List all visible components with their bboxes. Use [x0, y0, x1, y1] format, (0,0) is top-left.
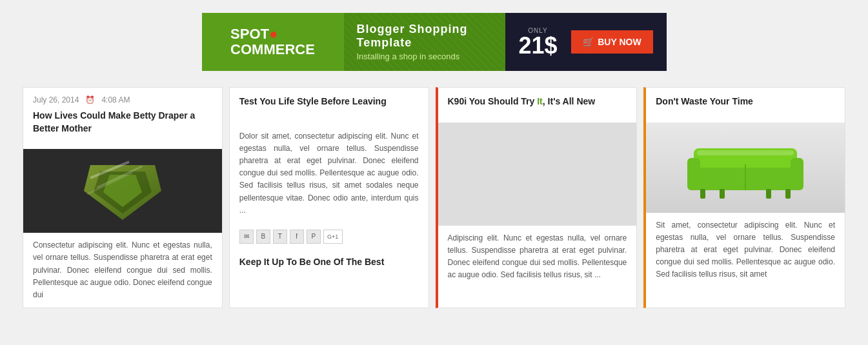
card-3-header: K90i You Should Try It, It's All New — [438, 88, 637, 123]
card-2-body: Dolor sit amet, consectetur adipiscing e… — [230, 123, 429, 224]
svg-rect-9 — [791, 158, 803, 190]
card-3-text: Adipiscing elit. Nunc et egestas nulla, … — [448, 233, 627, 280]
card-3-title: K90i You Should Try It, It's All New — [448, 95, 627, 108]
card-3-body: Adipiscing elit. Nunc et egestas nulla, … — [438, 226, 637, 288]
content-area: July 26, 2014 ⏰ 4:08 AM How Lives Could … — [0, 81, 868, 315]
svg-rect-13 — [766, 189, 771, 199]
share-blogger-icon[interactable]: B — [256, 230, 270, 244]
card-2-title2-link[interactable]: Keep It Up To Be One Of The Best — [239, 257, 385, 267]
card-1-meta: July 26, 2014 ⏰ 4:08 AM — [33, 95, 212, 104]
card-3: K90i You Should Try It, It's All New Adi… — [436, 87, 638, 308]
share-pinterest-icon[interactable]: P — [307, 230, 321, 244]
clock-icon: ⏰ — [85, 95, 95, 104]
card-1-header: July 26, 2014 ⏰ 4:08 AM How Lives Could … — [23, 88, 222, 149]
card-4-sofa-image — [646, 123, 845, 213]
sofa-svg — [681, 132, 810, 203]
brand-commerce: COMMERCE — [230, 41, 315, 57]
banner-price-block: ONLY 21$ — [518, 27, 557, 57]
card-1-time: 4:08 AM — [101, 95, 130, 104]
card-2-title2: Keep It Up To Be One Of The Best — [230, 250, 429, 267]
card-1-date: July 26, 2014 — [33, 95, 79, 104]
card-3-title-link[interactable]: K90i You Should Try It, It's All New — [448, 96, 596, 106]
card-2-title-link[interactable]: Test You Life Style Before Leaving — [239, 96, 387, 106]
svg-rect-14 — [785, 189, 791, 199]
svg-rect-15 — [697, 150, 794, 155]
card-1-title: How Lives Could Make Betty Draper a Bett… — [33, 110, 212, 135]
card-2: Test You Life Style Before Leaving Dolor… — [229, 87, 429, 308]
card-4-title-link[interactable]: Don't Waste Your Time — [656, 96, 753, 106]
card-2-header: Test You Life Style Before Leaving — [230, 88, 429, 123]
svg-rect-11 — [700, 189, 705, 199]
card-4-title: Don't Waste Your Time — [656, 95, 835, 108]
card-1-body: Consectetur adipiscing elit. Nunc et ege… — [23, 233, 222, 308]
card-2-title: Test You Life Style Before Leaving — [239, 95, 419, 108]
banner-buy-button[interactable]: 🛒 BUY NOW — [571, 30, 652, 54]
card-1-image — [23, 149, 222, 233]
card-4-body: Sit amet, consectetur adipiscing elit. N… — [646, 213, 845, 288]
card-4: Don't Waste Your Time — [643, 87, 845, 308]
banner-brand: SPOT● COMMERCE — [202, 13, 344, 71]
card-1-graphic — [77, 159, 168, 223]
card-1: July 26, 2014 ⏰ 4:08 AM How Lives Could … — [23, 87, 223, 308]
share-google-icon[interactable]: G+1 — [323, 230, 343, 244]
brand-dot: ● — [269, 26, 278, 42]
cart-icon: 🛒 — [583, 37, 594, 47]
banner-subtitle: Installing a shop in seconds — [357, 52, 492, 61]
banner-title: Blogger Shopping Template — [357, 23, 492, 50]
banner-cta: ONLY 21$ 🛒 BUY NOW — [505, 13, 667, 71]
banner-buy-label: BUY NOW — [598, 37, 641, 47]
banner: SPOT● COMMERCE Blogger Shopping Template… — [202, 13, 667, 71]
banner-info: Blogger Shopping Template Installing a s… — [344, 13, 505, 71]
card-4-header: Don't Waste Your Time — [646, 88, 845, 123]
card-1-title-link[interactable]: How Lives Could Make Betty Draper a Bett… — [33, 110, 195, 133]
share-bar: ✉ B T f P G+1 — [230, 224, 429, 250]
share-email-icon[interactable]: ✉ — [239, 230, 254, 244]
card-3-image-placeholder — [438, 123, 637, 226]
card-1-text: Consectetur adipiscing elit. Nunc et ege… — [33, 241, 212, 299]
brand-spot: SPOT — [230, 26, 269, 42]
card-4-text: Sit amet, consectetur adipiscing elit. N… — [656, 221, 835, 279]
share-facebook-icon[interactable]: f — [290, 230, 304, 244]
banner-price: 21$ — [518, 34, 557, 57]
svg-rect-8 — [687, 158, 700, 190]
share-twitter-icon[interactable]: T — [273, 230, 287, 244]
banner-wrapper: SPOT● COMMERCE Blogger Shopping Template… — [0, 0, 868, 81]
svg-rect-12 — [720, 189, 725, 199]
banner-logo: SPOT● COMMERCE — [230, 26, 315, 57]
card-2-text: Dolor sit amet, consectetur adipiscing e… — [239, 132, 419, 215]
